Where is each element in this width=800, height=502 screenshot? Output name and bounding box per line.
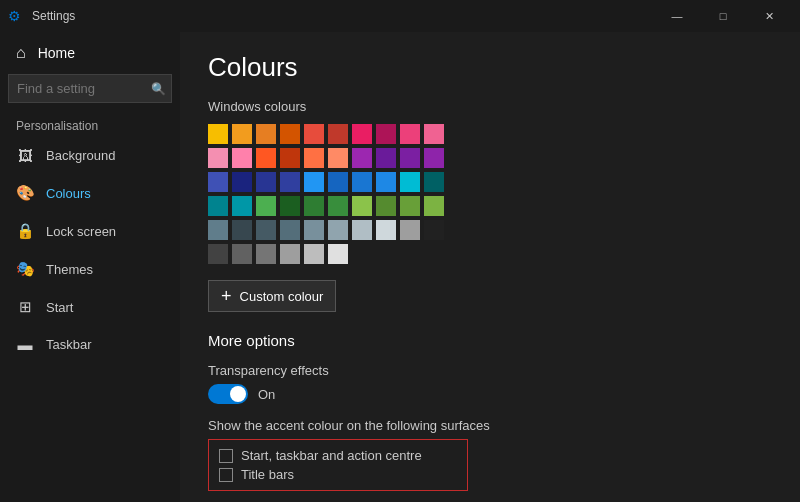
color-swatch[interactable] <box>424 124 444 144</box>
taskbar-icon: ▬ <box>16 336 34 353</box>
color-swatch[interactable] <box>304 124 324 144</box>
color-swatch[interactable] <box>424 148 444 168</box>
color-swatch[interactable] <box>232 148 252 168</box>
checkbox-title-bars-label: Title bars <box>241 467 294 482</box>
sidebar-item-colours[interactable]: 🎨 Colours <box>0 174 180 212</box>
sidebar-item-home[interactable]: ⌂ Home <box>0 36 180 70</box>
color-swatch[interactable] <box>256 172 276 192</box>
color-swatch[interactable] <box>232 172 252 192</box>
color-swatch[interactable] <box>424 196 444 216</box>
transparency-label: Transparency effects <box>208 363 772 378</box>
color-swatch[interactable] <box>208 172 228 192</box>
color-swatch[interactable] <box>208 196 228 216</box>
color-swatch[interactable] <box>280 124 300 144</box>
more-options-title: More options <box>208 332 772 349</box>
color-swatch[interactable] <box>400 172 420 192</box>
color-swatch[interactable] <box>208 148 228 168</box>
color-swatch[interactable] <box>376 148 396 168</box>
home-icon: ⌂ <box>16 44 26 62</box>
sidebar-section-label: Personalisation <box>0 107 180 137</box>
sidebar-background-label: Background <box>46 148 115 163</box>
color-swatch[interactable] <box>232 196 252 216</box>
color-swatch[interactable] <box>232 124 252 144</box>
sidebar-item-themes[interactable]: 🎭 Themes <box>0 250 180 288</box>
color-swatch[interactable] <box>280 244 300 264</box>
accent-surfaces-group: Start, taskbar and action centre Title b… <box>208 439 468 491</box>
sidebar-search-container: 🔍 <box>8 74 172 103</box>
color-swatch[interactable] <box>400 148 420 168</box>
color-swatch[interactable] <box>376 220 396 240</box>
maximize-button[interactable]: □ <box>700 0 746 32</box>
custom-colour-label: Custom colour <box>240 289 324 304</box>
color-swatch[interactable] <box>304 244 324 264</box>
lock-icon: 🔒 <box>16 222 34 240</box>
color-swatch[interactable] <box>424 220 444 240</box>
color-swatch[interactable] <box>328 196 348 216</box>
checkbox-row-title-bars: Title bars <box>219 467 457 482</box>
accent-surfaces-label: Show the accent colour on the following … <box>208 418 772 433</box>
sidebar-item-background[interactable]: 🖼 Background <box>0 137 180 174</box>
color-swatch[interactable] <box>208 244 228 264</box>
color-swatch[interactable] <box>256 196 276 216</box>
color-swatch[interactable] <box>256 124 276 144</box>
minimize-button[interactable]: — <box>654 0 700 32</box>
color-grid <box>208 124 772 264</box>
close-button[interactable]: ✕ <box>746 0 792 32</box>
custom-colour-button[interactable]: + Custom colour <box>208 280 336 312</box>
color-swatch[interactable] <box>352 196 372 216</box>
color-swatch[interactable] <box>304 220 324 240</box>
color-swatch[interactable] <box>352 124 372 144</box>
color-swatch[interactable] <box>400 220 420 240</box>
color-swatch[interactable] <box>376 172 396 192</box>
sidebar-item-start[interactable]: ⊞ Start <box>0 288 180 326</box>
color-swatch[interactable] <box>328 172 348 192</box>
sidebar-colours-label: Colours <box>46 186 91 201</box>
color-swatch[interactable] <box>328 244 348 264</box>
sidebar-home-label: Home <box>38 45 75 61</box>
color-swatch[interactable] <box>376 124 396 144</box>
plus-icon: + <box>221 287 232 305</box>
color-swatch[interactable] <box>232 220 252 240</box>
color-swatch[interactable] <box>376 196 396 216</box>
color-swatch[interactable] <box>400 124 420 144</box>
sidebar-item-lock-screen[interactable]: 🔒 Lock screen <box>0 212 180 250</box>
color-swatch[interactable] <box>256 220 276 240</box>
background-icon: 🖼 <box>16 147 34 164</box>
checkbox-row-start-taskbar: Start, taskbar and action centre <box>219 448 457 463</box>
titlebar: ⚙ Settings — □ ✕ <box>0 0 800 32</box>
transparency-group: Transparency effects On <box>208 363 772 404</box>
sidebar-item-taskbar[interactable]: ▬ Taskbar <box>0 326 180 363</box>
color-swatch[interactable] <box>280 172 300 192</box>
color-swatch[interactable] <box>304 148 324 168</box>
content-area: Colours Windows colours + Custom colour … <box>180 32 800 502</box>
main-layout: ⌂ Home 🔍 Personalisation 🖼 Background 🎨 … <box>0 32 800 502</box>
color-swatch[interactable] <box>352 148 372 168</box>
color-swatch[interactable] <box>304 196 324 216</box>
color-swatch[interactable] <box>280 196 300 216</box>
color-swatch[interactable] <box>256 244 276 264</box>
color-swatch[interactable] <box>400 196 420 216</box>
search-input[interactable] <box>8 74 172 103</box>
color-swatch[interactable] <box>328 220 348 240</box>
settings-app-icon: ⚙ <box>8 8 24 24</box>
sidebar: ⌂ Home 🔍 Personalisation 🖼 Background 🎨 … <box>0 32 180 502</box>
checkbox-start-taskbar-label: Start, taskbar and action centre <box>241 448 422 463</box>
color-swatch[interactable] <box>232 244 252 264</box>
color-swatch[interactable] <box>208 220 228 240</box>
start-icon: ⊞ <box>16 298 34 316</box>
color-swatch[interactable] <box>328 124 348 144</box>
color-swatch[interactable] <box>280 220 300 240</box>
transparency-toggle[interactable] <box>208 384 248 404</box>
color-swatch[interactable] <box>208 124 228 144</box>
color-swatch[interactable] <box>304 172 324 192</box>
titlebar-title: Settings <box>32 9 654 23</box>
checkbox-start-taskbar[interactable] <box>219 449 233 463</box>
color-swatch[interactable] <box>424 172 444 192</box>
color-swatch[interactable] <box>352 220 372 240</box>
transparency-on-label: On <box>258 387 275 402</box>
color-swatch[interactable] <box>280 148 300 168</box>
color-swatch[interactable] <box>352 172 372 192</box>
checkbox-title-bars[interactable] <box>219 468 233 482</box>
color-swatch[interactable] <box>328 148 348 168</box>
color-swatch[interactable] <box>256 148 276 168</box>
